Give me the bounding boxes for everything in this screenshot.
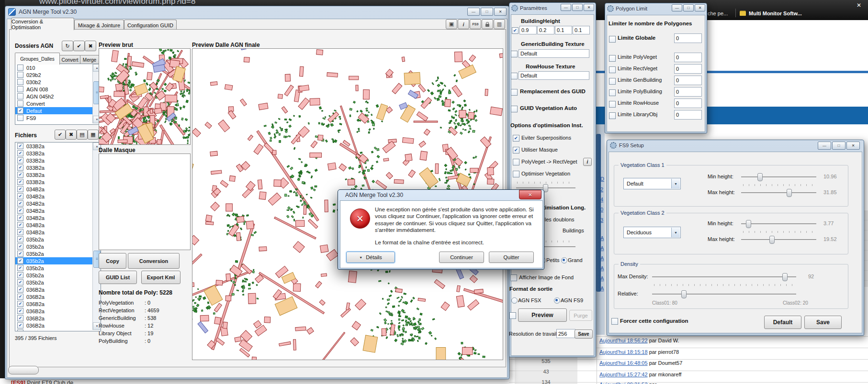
list-item[interactable]: 029b2: [15, 71, 101, 78]
item-checkbox[interactable]: ✔: [17, 186, 23, 192]
tab-conversion-optimisation[interactable]: Conversion & Optimisation: [11, 18, 74, 30]
list-item[interactable]: ✔035b2a: [15, 264, 101, 272]
list-item[interactable]: ✔033B2a: [15, 164, 101, 171]
conversion-button[interactable]: Conversion: [128, 253, 180, 269]
agn-fsx-radio[interactable]: [511, 297, 518, 304]
list-item[interactable]: ✔035b2a: [15, 236, 101, 243]
list-item[interactable]: ✔033B2a: [15, 157, 101, 164]
minimize-button[interactable]: —: [561, 4, 571, 11]
limit-input[interactable]: 0: [674, 53, 702, 62]
list-item[interactable]: ✔035b2a: [15, 257, 101, 264]
maximize-button[interactable]: □: [832, 142, 845, 150]
masque-checkbox[interactable]: ✔: [513, 147, 519, 154]
copy-files-button[interactable]: ▦: [88, 130, 99, 140]
list-item[interactable]: ✔036B2a: [15, 307, 101, 315]
subtab-merge[interactable]: Merge: [80, 55, 99, 65]
c2-min-slider-track[interactable]: [741, 223, 816, 225]
grand-radio[interactable]: [561, 257, 567, 263]
maximize-button[interactable]: □: [683, 4, 694, 11]
lock-button[interactable]: [482, 19, 493, 29]
c2-max-slider-track[interactable]: [741, 239, 816, 241]
list-item[interactable]: ✔034B2a: [15, 214, 101, 221]
list-item[interactable]: ✔036B2a: [15, 322, 101, 329]
buildingheight-checkbox[interactable]: ✔: [512, 27, 519, 34]
list-item[interactable]: ✔033B2a: [15, 171, 101, 178]
list-item[interactable]: ✔036B2a: [15, 300, 101, 307]
item-checkbox[interactable]: ✔: [17, 272, 23, 278]
item-checkbox[interactable]: ✔: [17, 308, 23, 314]
item-checkbox[interactable]: ✔: [17, 179, 23, 185]
c1-max-slider-thumb[interactable]: [787, 189, 792, 197]
close-button[interactable]: ✕: [846, 142, 860, 150]
browser-close-icon[interactable]: ✕: [857, 2, 861, 9]
item-checkbox[interactable]: ✔: [17, 322, 23, 329]
relative-slider-thumb[interactable]: [681, 290, 687, 298]
window-layout-button[interactable]: ▣: [446, 19, 457, 29]
subtab-convert[interactable]: Convert: [59, 55, 80, 65]
c2-min-slider-thumb[interactable]: [746, 220, 751, 228]
item-checkbox[interactable]: ✔: [17, 215, 23, 221]
bh-value-2[interactable]: 0.2: [537, 26, 554, 34]
item-checkbox[interactable]: [17, 100, 23, 107]
chevron-down-icon[interactable]: ▼: [671, 179, 680, 188]
close-button[interactable]: ✕: [695, 4, 705, 11]
c1-max-slider-track[interactable]: [741, 192, 816, 194]
tab-configuration-guid[interactable]: Configuration GUID: [124, 20, 177, 30]
item-checkbox[interactable]: ✔: [17, 200, 23, 207]
preview-checkbox[interactable]: [509, 312, 516, 319]
parametres-title-bar[interactable]: Paramètres — □ ✕: [509, 3, 596, 13]
limit-checkbox[interactable]: [609, 55, 616, 62]
fs9-mode-button[interactable]: FS9: [470, 19, 481, 29]
list-item[interactable]: ✔036B2a: [15, 293, 101, 300]
list-item[interactable]: ✔035b2a: [15, 250, 101, 257]
list-item[interactable]: ✔034B2a: [15, 193, 101, 200]
afficher-checkbox[interactable]: [510, 274, 517, 281]
list-item[interactable]: ✔034B2a: [15, 200, 101, 207]
list-item[interactable]: ✔034B2a: [15, 229, 101, 236]
item-checkbox[interactable]: ✔: [17, 329, 23, 331]
list-item[interactable]: ✔Defaut: [15, 107, 101, 114]
max-density-slider-thumb[interactable]: [782, 273, 788, 281]
resolution-save-button[interactable]: Save: [575, 329, 593, 339]
list-item[interactable]: 010: [15, 64, 101, 71]
polygon-title-bar[interactable]: Polygon Limit — □ ✕: [605, 3, 707, 14]
minimize-button[interactable]: —: [672, 4, 682, 11]
guid-list-button[interactable]: GUID List: [99, 271, 137, 284]
item-checkbox[interactable]: ✔: [17, 172, 23, 178]
item-checkbox[interactable]: ✔: [17, 193, 23, 199]
item-checkbox[interactable]: [17, 86, 23, 92]
list-item[interactable]: ✔034B2a: [15, 207, 101, 214]
item-checkbox[interactable]: [17, 65, 23, 71]
default-button[interactable]: Default: [764, 316, 801, 329]
item-checkbox[interactable]: ✔: [17, 229, 23, 235]
quit-button[interactable]: Quitter: [489, 252, 534, 263]
limit-checkbox[interactable]: [609, 78, 616, 85]
item-checkbox[interactable]: ✔: [17, 157, 23, 164]
copy-button[interactable]: Copy: [99, 253, 126, 269]
limit-checkbox[interactable]: [609, 101, 616, 108]
item-checkbox[interactable]: ✔: [17, 258, 23, 264]
list-item[interactable]: ✔034B2a: [15, 186, 101, 193]
guid-vegetation-checkbox[interactable]: [511, 106, 518, 112]
list-item[interactable]: ✔033B2a: [15, 143, 101, 150]
c2-max-slider-thumb[interactable]: [769, 236, 775, 244]
item-checkbox[interactable]: ✔: [17, 301, 23, 307]
limit-input[interactable]: 0: [674, 33, 702, 43]
item-checkbox[interactable]: [17, 72, 23, 78]
continue-button[interactable]: Continuer: [439, 252, 484, 263]
browser-tab-title[interactable]: Multi Monitor Softw...: [749, 11, 802, 16]
eviter-checkbox[interactable]: ✔: [513, 135, 519, 142]
forum-topic-partial[interactable]: [FS9] Point FT9 Club de ...: [11, 380, 79, 384]
limit-input[interactable]: 0: [674, 87, 702, 97]
refresh-button[interactable]: ↻: [62, 41, 73, 51]
relative-slider-track[interactable]: [652, 294, 796, 295]
c1-min-slider-track[interactable]: [741, 176, 816, 178]
limit-input[interactable]: 0: [674, 76, 702, 85]
fs9-title-bar[interactable]: FS9 Setup — □ ✕: [607, 140, 864, 151]
generic-texture-checkbox[interactable]: [511, 51, 518, 57]
list-item[interactable]: AGN 008: [15, 86, 101, 93]
class1-dropdown[interactable]: Default▼: [623, 178, 681, 189]
item-checkbox[interactable]: ✔: [17, 265, 23, 271]
list-item[interactable]: Convert: [15, 100, 101, 107]
item-checkbox[interactable]: ✔: [17, 315, 23, 321]
